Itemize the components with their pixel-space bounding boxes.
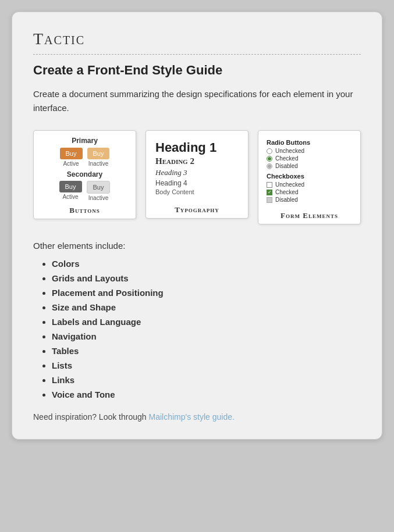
primary-active-button[interactable]: Buy	[60, 148, 83, 159]
list-item: Lists	[52, 360, 361, 370]
secondary-inactive-label: Inactive	[88, 195, 108, 201]
secondary-active-col: Buy Active	[59, 181, 82, 201]
form-elements-preview-card: Radio Buttons Unchecked Checked Disabled	[258, 130, 361, 224]
radio-unchecked-item: Unchecked	[267, 148, 352, 154]
checkboxes-section: Checkboxes Unchecked ✓ Checked Disabled	[267, 173, 352, 203]
buttons-preview-section: Primary Buy Active Buy Inactive Secondar…	[38, 137, 131, 201]
radio-disabled-label: Disabled	[275, 163, 298, 169]
inspiration-before: Need inspiration? Look through	[33, 412, 148, 422]
secondary-active-button[interactable]: Buy	[59, 181, 82, 192]
list-item: Placement and Positioning	[52, 288, 361, 298]
secondary-active-label: Active	[62, 194, 78, 200]
secondary-btn-row: Buy Active Buy Inactive	[38, 181, 131, 201]
secondary-label: Secondary	[38, 170, 131, 178]
typo-h2: Heading 2	[155, 155, 239, 167]
primary-btn-row: Buy Active Buy Inactive	[38, 148, 131, 167]
typography-preview-card: Heading 1 Heading 2 Heading 3 Heading 4 …	[145, 130, 249, 219]
main-card: Tactic Create a Front-End Style Guide Cr…	[12, 12, 382, 440]
primary-label: Primary	[38, 137, 131, 145]
form-elements-label: Form Elements	[263, 211, 356, 220]
typo-h1: Heading 1	[155, 140, 239, 155]
divider	[33, 54, 361, 55]
check-checked-label: Checked	[275, 189, 298, 195]
primary-active-col: Buy Active	[60, 148, 83, 167]
list-item: Voice and Tone	[52, 390, 361, 399]
typo-h3: Heading 3	[155, 167, 239, 178]
description: Create a document summarizing the design…	[33, 87, 361, 115]
radio-checked-icon	[267, 156, 272, 162]
primary-inactive-button[interactable]: Buy	[87, 148, 110, 159]
previews-row: Primary Buy Active Buy Inactive Secondar…	[33, 130, 361, 224]
radio-checked-item: Checked	[267, 155, 352, 162]
list-item: Links	[52, 375, 361, 385]
main-title: Create a Front-End Style Guide	[33, 63, 361, 78]
check-checked-item: ✓ Checked	[267, 189, 352, 195]
list-item: Grids and Layouts	[52, 273, 361, 283]
active-label: Active	[63, 160, 79, 167]
secondary-inactive-col: Buy Inactive	[87, 181, 111, 201]
radio-checked-label: Checked	[275, 155, 298, 162]
check-section-label: Checkboxes	[267, 173, 352, 180]
elements-list: Colors Grids and Layouts Placement and P…	[33, 259, 361, 399]
form-content: Radio Buttons Unchecked Checked Disabled	[263, 137, 356, 206]
list-item: Size and Shape	[52, 302, 361, 312]
radio-disabled-icon	[267, 163, 272, 169]
list-item: Tables	[52, 346, 361, 356]
inactive-label: Inactive	[88, 160, 108, 167]
typo-body: Body Content	[155, 188, 239, 197]
check-unchecked-item: Unchecked	[267, 181, 352, 188]
typo-content: Heading 1 Heading 2 Heading 3 Heading 4 …	[151, 137, 243, 201]
other-elements-intro: Other elements include:	[33, 241, 361, 251]
check-disabled-icon	[267, 197, 272, 203]
secondary-inactive-button[interactable]: Buy	[87, 181, 111, 194]
buttons-preview-card: Primary Buy Active Buy Inactive Secondar…	[33, 130, 136, 219]
list-item: Labels and Language	[52, 317, 361, 327]
check-checked-icon: ✓	[267, 190, 272, 195]
radio-checked-inner	[268, 157, 271, 160]
radio-disabled-item: Disabled	[267, 163, 352, 169]
primary-inactive-col: Buy Inactive	[87, 148, 110, 167]
check-disabled-label: Disabled	[275, 197, 298, 203]
check-unchecked-label: Unchecked	[275, 181, 304, 188]
mailchimp-link[interactable]: Mailchimp's style guide.	[148, 412, 234, 422]
list-item: Navigation	[52, 331, 361, 341]
check-disabled-item: Disabled	[267, 197, 352, 203]
radio-unchecked-icon	[267, 148, 272, 154]
radio-section-label: Radio Buttons	[267, 139, 352, 146]
list-item: Colors	[52, 259, 361, 269]
check-unchecked-icon	[267, 182, 272, 188]
inspiration-text: Need inspiration? Look through Mailchimp…	[33, 412, 361, 422]
radio-unchecked-label: Unchecked	[275, 148, 304, 154]
typo-h4: Heading 4	[155, 178, 239, 188]
tactic-label: Tactic	[33, 30, 361, 48]
buttons-label: Buttons	[38, 206, 131, 215]
radio-disabled-inner	[268, 165, 271, 168]
typography-label: Typography	[151, 205, 243, 215]
